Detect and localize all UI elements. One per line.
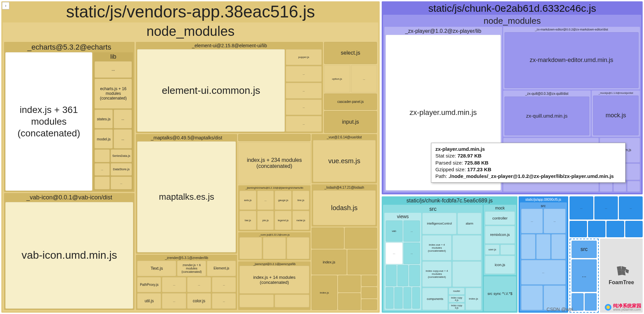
pkg-lodash[interactable]: _lodash@4.17.21@lodash lodash.js: [312, 184, 377, 227]
module[interactable]: [275, 295, 309, 308]
module[interactable]: [263, 237, 285, 259]
module[interactable]: line.js: [292, 191, 309, 210]
module[interactable]: [345, 228, 377, 249]
module[interactable]: ...: [257, 191, 274, 210]
module[interactable]: [452, 261, 482, 287]
pkg-vue[interactable]: _vue@2.6.14@vue/dist vue.esm.js: [312, 134, 377, 183]
module[interactable]: ...: [162, 293, 186, 309]
module[interactable]: axis.js: [239, 191, 256, 210]
module[interactable]: index.js: [312, 275, 337, 310]
module[interactable]: ...: [286, 116, 322, 132]
module[interactable]: [521, 286, 543, 310]
module[interactable]: SeriesData.js: [111, 149, 132, 162]
module[interactable]: [338, 293, 360, 310]
module[interactable]: [412, 287, 420, 309]
module[interactable]: [95, 177, 109, 189]
module[interactable]: ...: [95, 163, 109, 176]
module[interactable]: ...: [521, 209, 543, 233]
module[interactable]: [362, 275, 377, 287]
module[interactable]: ...: [521, 260, 566, 285]
module[interactable]: ...: [351, 65, 377, 92]
module-echarts-index[interactable]: index.js + 361 modules (concatenated): [5, 52, 92, 191]
module[interactable]: ...: [570, 196, 593, 219]
module[interactable]: ...: [114, 110, 132, 129]
module-zx-markdown[interactable]: zx-markdown-editor.umd.min.js: [504, 32, 639, 88]
module[interactable]: states.js: [95, 110, 113, 129]
module[interactable]: [347, 250, 377, 274]
module[interactable]: ...: [95, 61, 132, 78]
module[interactable]: Element.js: [207, 261, 236, 276]
module[interactable]: [521, 234, 535, 259]
module[interactable]: [409, 265, 420, 287]
module[interactable]: [606, 221, 624, 237]
module[interactable]: popper.js: [286, 49, 322, 65]
module[interactable]: vab: [386, 221, 402, 242]
pkg-echarts-lib[interactable]: lib ... echarts.js + 16 modules (concate…: [93, 52, 133, 191]
module-lodash[interactable]: lodash.js: [313, 190, 376, 225]
module[interactable]: index copy.vue + 4 modules (concatenated…: [422, 261, 451, 287]
module[interactable]: ...: [111, 177, 132, 189]
module[interactable]: [239, 295, 274, 308]
pkg-vab-icon[interactable]: _vab-icon@0.0.1@vab-icon/dist vab-icon.u…: [4, 193, 135, 310]
module[interactable]: alarm: [458, 213, 481, 234]
module[interactable]: ...: [286, 100, 322, 115]
module-zx-quill[interactable]: zx-quill.umd.min.js: [504, 97, 589, 135]
pkg-jsencrypt[interactable]: _jsencrypt@3.2.1@jsencrypt/lib index.js …: [238, 261, 311, 310]
module[interactable]: index.vue + 4 modules (concatenated): [422, 235, 451, 260]
module[interactable]: [239, 237, 262, 259]
bundle-chunk-fcdbfa7c[interactable]: static/js/chunk-fcdbfa7c.5ea6c689.js src…: [382, 196, 518, 313]
module-src-sync[interactable]: src sync ^\.\/.*$: [484, 276, 516, 311]
module[interactable]: ...: [286, 83, 322, 99]
module[interactable]: zrender.js + 6 modules (concatenated): [177, 261, 206, 276]
module[interactable]: legend.js: [275, 211, 291, 230]
group-node-modules[interactable]: node_modules _echarts@5.3.2@echarts inde…: [3, 22, 378, 311]
module[interactable]: [536, 234, 550, 259]
module[interactable]: ...: [594, 196, 618, 219]
pkg-zx-markdown[interactable]: _zx-markdown-editor@0.0.2@zx-markdown-ed…: [503, 27, 640, 89]
pkg-jiaminghi[interactable]: _jiaminghi/charts@0.2.18@@jiaminghi/char…: [238, 185, 311, 231]
module[interactable]: [362, 299, 377, 310]
module-input[interactable]: input.js: [324, 111, 377, 133]
module[interactable]: cascader-panel.js: [324, 93, 377, 110]
module[interactable]: pie.js: [257, 211, 274, 230]
module[interactable]: [570, 221, 587, 237]
module[interactable]: [500, 245, 515, 255]
pkg-zrender[interactable]: _zrender@5.3.1@zrender/lib Text.js zrend…: [136, 255, 237, 310]
module[interactable]: [362, 287, 377, 298]
module[interactable]: [95, 149, 109, 162]
group-src[interactable]: src ... ... ...: [520, 202, 567, 311]
module[interactable]: index copy 4.js: [449, 296, 465, 302]
module[interactable]: Text.js: [137, 261, 176, 276]
pkg-echarts[interactable]: _echarts@5.3.2@echarts index.js + 361 mo…: [4, 42, 135, 192]
module[interactable]: src: [572, 241, 597, 258]
module[interactable]: ...: [212, 293, 236, 309]
foamtree-logo-panel[interactable]: FoamTree: [600, 239, 643, 313]
module[interactable]: radar.js: [292, 211, 309, 230]
group-mock[interactable]: mock controller remixIcon.js user.js ico…: [484, 205, 516, 275]
module[interactable]: remixIcon.js: [485, 226, 515, 244]
module[interactable]: [544, 286, 566, 310]
module[interactable]: ...: [572, 259, 597, 292]
module-vab-icon[interactable]: vab-icon.umd.min.js: [5, 202, 133, 309]
module[interactable]: echarts.js + 16 modules (concatenated): [95, 79, 132, 109]
module[interactable]: [386, 287, 393, 309]
module[interactable]: router: [449, 288, 465, 295]
module[interactable]: model.js: [95, 129, 113, 148]
module[interactable]: ...: [162, 277, 186, 293]
module[interactable]: ...: [404, 221, 420, 242]
module[interactable]: [452, 235, 482, 260]
module[interactable]: ...: [114, 129, 132, 148]
group-views[interactable]: views vab ... ... ...: [384, 213, 421, 310]
module[interactable]: [338, 275, 360, 292]
module[interactable]: [312, 228, 344, 249]
module[interactable]: ...: [619, 196, 643, 219]
module[interactable]: index.js + 14 modules (concatenated): [239, 266, 309, 294]
module[interactable]: components: [422, 288, 448, 310]
module[interactable]: index.js: [466, 288, 482, 310]
module[interactable]: [627, 181, 640, 192]
module[interactable]: [551, 234, 566, 259]
module[interactable]: gauge.js: [275, 191, 291, 210]
module[interactable]: DataStore.js: [111, 163, 132, 176]
module[interactable]: [404, 287, 411, 309]
module[interactable]: intelligenceControl: [422, 213, 457, 234]
